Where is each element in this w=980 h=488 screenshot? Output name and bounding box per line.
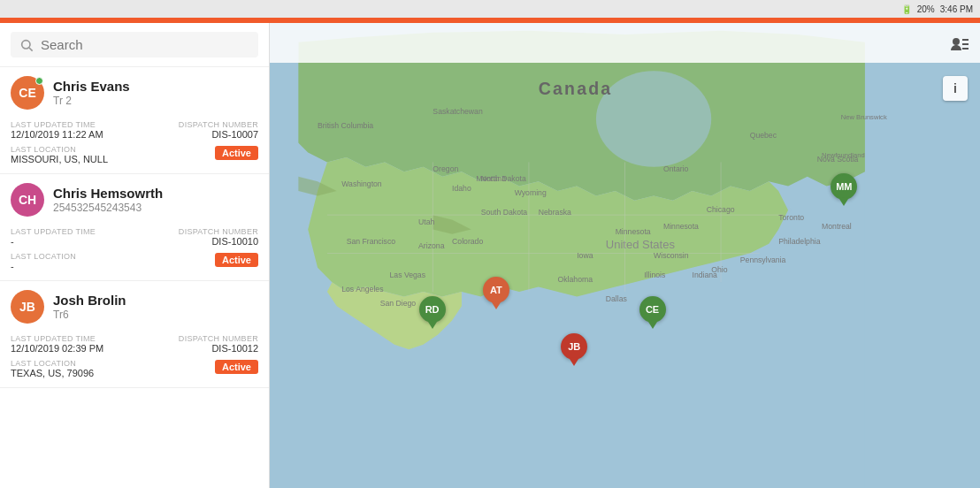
pin-tail: [492, 302, 501, 309]
pin-circle: RD: [419, 296, 446, 323]
updated-value: 12/10/2019 02:39 PM: [11, 343, 134, 354]
pin-circle: JB: [561, 333, 587, 360]
updated-label: LAST UPDATED TIME: [11, 120, 134, 129]
driver-header: CE Chris Evans Tr 2: [11, 76, 258, 110]
search-bar: [0, 23, 269, 67]
svg-text:North Dakota: North Dakota: [481, 174, 526, 183]
svg-text:Toronto: Toronto: [778, 213, 804, 222]
user-list-icon: [950, 35, 969, 51]
svg-text:British Columbia: British Columbia: [318, 121, 373, 130]
detail-updated-block: LAST UPDATED TIME -: [11, 224, 134, 247]
map-pin-pin-at[interactable]: AT: [483, 277, 509, 309]
dispatch-value: DIS-10012: [211, 343, 258, 354]
driver-name-block: Chris Evans Tr 2: [53, 79, 258, 107]
updated-value: -: [11, 236, 134, 247]
pin-tail: [648, 322, 657, 329]
status-bar: 🔋 20% 3:46 PM: [0, 0, 980, 18]
map-pin-pin-mm[interactable]: MM: [831, 173, 857, 206]
svg-point-14: [596, 71, 711, 167]
map-pin-pin-ce[interactable]: CE: [639, 296, 666, 329]
svg-text:Wyoming: Wyoming: [515, 188, 547, 197]
svg-text:Las Vegas: Las Vegas: [390, 271, 426, 279]
location-label: LAST LOCATION: [11, 252, 76, 261]
main-layout: CE Chris Evans Tr 2 LAST UPDATED TIME 12…: [0, 23, 980, 488]
updated-value: 12/10/2019 11:22 AM: [11, 129, 134, 140]
pin-tail: [428, 322, 437, 329]
detail-updated-block: LAST UPDATED TIME 12/10/2019 02:39 PM: [11, 331, 134, 354]
svg-text:Iowa: Iowa: [577, 251, 593, 260]
battery-level: 20%: [917, 4, 935, 14]
user-list-button[interactable]: [950, 35, 969, 51]
svg-text:Minnesota: Minnesota: [663, 222, 699, 231]
svg-text:Colorado: Colorado: [452, 237, 483, 246]
svg-text:Ontario: Ontario: [663, 164, 689, 173]
pin-tail: [839, 199, 848, 206]
svg-text:Nebraska: Nebraska: [539, 208, 571, 217]
detail-updated-block: LAST UPDATED TIME 12/10/2019 11:22 AM: [11, 117, 134, 140]
svg-text:New Brunswick: New Brunswick: [841, 113, 887, 121]
detail-dispatch-block: DISPATCH NUMBER DIS-10012: [134, 331, 258, 354]
svg-line-1: [29, 48, 33, 51]
driver-avatar: JB: [11, 290, 44, 324]
svg-point-2: [953, 38, 960, 45]
svg-text:Chicago: Chicago: [707, 205, 735, 214]
svg-text:Dallas: Dallas: [606, 294, 628, 303]
svg-text:Saskatchewan: Saskatchewan: [433, 107, 483, 116]
driver-details: LAST UPDATED TIME 12/10/2019 02:39 PM DI…: [11, 331, 258, 354]
svg-rect-12: [270, 23, 298, 488]
svg-text:Oklahoma: Oklahoma: [558, 275, 593, 284]
driver-card-ch[interactable]: CH Chris Hemsowrth 254532545243543 LAST …: [0, 174, 269, 281]
driver-sub: Tr 2: [53, 95, 258, 107]
svg-text:Los Angeles: Los Angeles: [341, 285, 384, 294]
driver-details: LAST UPDATED TIME 12/10/2019 11:22 AM DI…: [11, 117, 258, 140]
dispatch-label: DISPATCH NUMBER: [179, 227, 258, 236]
online-indicator: [35, 77, 43, 85]
updated-label: LAST UPDATED TIME: [11, 227, 134, 236]
time-display: 3:46 PM: [940, 4, 973, 14]
map-header: [270, 23, 980, 63]
svg-text:Idaho: Idaho: [452, 184, 471, 193]
status-badge: Active: [215, 253, 258, 267]
battery-icon: 🔋: [901, 4, 912, 14]
svg-text:Oregon: Oregon: [433, 164, 458, 173]
driver-list: CE Chris Evans Tr 2 LAST UPDATED TIME 12…: [0, 67, 269, 388]
driver-details: LAST UPDATED TIME - DISPATCH NUMBER DIS-…: [11, 224, 258, 247]
svg-text:United States: United States: [606, 238, 676, 251]
location-row: LAST LOCATION TEXAS, US, 79096 Active: [11, 355, 258, 378]
svg-text:South Dakota: South Dakota: [481, 208, 528, 217]
svg-text:Quebec: Quebec: [750, 131, 777, 140]
location-value: -: [11, 261, 76, 271]
driver-avatar: CE: [11, 76, 44, 110]
location-label: LAST LOCATION: [11, 359, 94, 368]
pin-tail: [570, 359, 578, 366]
svg-text:Utah: Utah: [418, 217, 434, 226]
dispatch-label: DISPATCH NUMBER: [179, 120, 258, 129]
svg-text:Newfoundland: Newfoundland: [822, 151, 865, 159]
info-button[interactable]: i: [943, 76, 968, 101]
map-pin-pin-jb[interactable]: JB: [561, 333, 587, 366]
svg-text:Arizona: Arizona: [418, 241, 445, 250]
svg-text:Canada: Canada: [539, 79, 613, 98]
detail-dispatch-block: DISPATCH NUMBER DIS-10010: [134, 224, 258, 247]
location-block: LAST LOCATION -: [11, 248, 76, 271]
svg-text:Illinois: Illinois: [644, 271, 666, 279]
driver-name: Chris Evans: [53, 79, 258, 95]
status-badge: Active: [215, 360, 258, 374]
driver-name-block: Chris Hemsowrth 254532545243543: [53, 186, 258, 214]
driver-initials: CH: [19, 193, 36, 207]
driver-card-ce[interactable]: CE Chris Evans Tr 2 LAST UPDATED TIME 12…: [0, 67, 269, 174]
svg-text:Ohio: Ohio: [711, 265, 727, 274]
svg-text:Wisconsin: Wisconsin: [654, 251, 689, 260]
search-input[interactable]: [41, 37, 249, 52]
pin-circle: MM: [831, 173, 857, 200]
location-value: TEXAS, US, 79096: [11, 368, 94, 378]
pin-circle: AT: [483, 277, 509, 303]
driver-initials: JB: [19, 300, 35, 314]
search-wrapper: [11, 32, 258, 57]
driver-card-jb[interactable]: JB Josh Brolin Tr6 LAST UPDATED TIME 12/…: [0, 281, 269, 388]
map-pin-pin-rd[interactable]: RD: [419, 296, 446, 329]
driver-sub: Tr6: [53, 309, 258, 321]
location-block: LAST LOCATION TEXAS, US, 79096: [11, 355, 94, 378]
location-block: LAST LOCATION MISSOURI, US, NULL: [11, 141, 108, 164]
map-area: Canada United States Chicago Toronto Mon…: [270, 23, 980, 488]
